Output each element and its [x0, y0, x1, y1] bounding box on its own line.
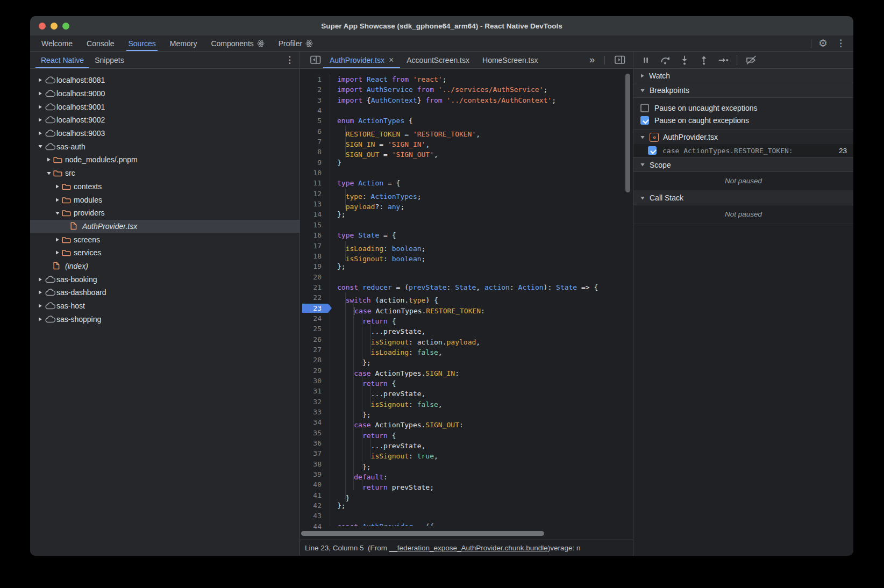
line-number[interactable]: 3: [300, 95, 330, 105]
line-number[interactable]: 36: [300, 438, 330, 448]
chevron-right-icon[interactable]: [35, 117, 45, 123]
checkbox-unchecked[interactable]: [640, 104, 649, 112]
line-number[interactable]: 28: [300, 355, 330, 365]
tree-item-node-modules-pnpm[interactable]: node_modules/.pnpm: [30, 153, 300, 167]
vertical-scrollbar[interactable]: [625, 74, 630, 192]
breakpoint-line-number[interactable]: 23: [300, 303, 330, 313]
line-number[interactable]: 26: [300, 334, 330, 345]
tree-item-localhost-9001[interactable]: localhost:9001: [30, 100, 300, 113]
devtools-menu-icon[interactable]: ⋮: [835, 39, 847, 48]
code-text[interactable]: isSignout: false,: [330, 397, 443, 407]
code-text[interactable]: ...prevState,: [330, 324, 425, 334]
code-text[interactable]: isSignout: action.payload,: [330, 334, 480, 345]
line-number[interactable]: 29: [300, 365, 330, 376]
line-number[interactable]: 20: [300, 272, 330, 282]
step-out-icon[interactable]: [698, 54, 710, 66]
more-tabs-icon[interactable]: »: [589, 54, 595, 66]
chevron-down-icon[interactable]: [35, 144, 45, 149]
code-text[interactable]: }: [330, 490, 350, 500]
editor-tab-accountscreen.tsx[interactable]: AccountScreen.tsx: [400, 52, 476, 68]
scope-section-header[interactable]: Scope: [633, 157, 853, 172]
tree-item-sas-host[interactable]: sas-host: [30, 299, 300, 313]
chevron-right-icon[interactable]: [44, 157, 53, 162]
tab-console[interactable]: Console: [81, 35, 120, 51]
line-number[interactable]: 24: [300, 313, 330, 324]
line-number[interactable]: 4: [300, 105, 330, 116]
line-number[interactable]: 42: [300, 500, 330, 511]
tree-item-localhost-9002[interactable]: localhost:9002: [30, 113, 300, 127]
line-number[interactable]: 14: [300, 209, 330, 219]
checkbox-checked[interactable]: [640, 116, 649, 125]
code-text[interactable]: [330, 168, 337, 178]
line-number[interactable]: 13: [300, 199, 330, 209]
code-text[interactable]: RESTORE_TOKEN = 'RESTORE_TOKEN',: [330, 126, 480, 137]
tree-item-contexts[interactable]: contexts: [30, 180, 300, 193]
code-text[interactable]: [330, 220, 337, 230]
code-text[interactable]: type Action = {: [330, 178, 400, 188]
code-text[interactable]: [330, 105, 337, 116]
chevron-right-icon[interactable]: [35, 290, 45, 295]
line-number[interactable]: 1: [300, 74, 330, 84]
line-number[interactable]: 17: [300, 241, 330, 251]
code-text[interactable]: import React from 'react';: [330, 74, 447, 84]
breakpoint-item[interactable]: case ActionTypes.RESTORE_TOKEN:23: [633, 144, 853, 157]
tree-item-providers[interactable]: providers: [30, 206, 300, 220]
tree-item-localhost-9003[interactable]: localhost:9003: [30, 127, 300, 140]
code-text[interactable]: [330, 272, 337, 282]
line-number[interactable]: 16: [300, 230, 330, 240]
line-number[interactable]: 8: [300, 147, 330, 157]
chevron-right-icon[interactable]: [35, 91, 45, 96]
line-number[interactable]: 21: [300, 282, 330, 292]
checkbox-checked[interactable]: [648, 146, 657, 155]
close-window-button[interactable]: [39, 23, 46, 30]
code-text[interactable]: };: [330, 407, 371, 417]
tree-item-sas-auth[interactable]: sas-auth: [30, 140, 300, 153]
line-number[interactable]: 33: [300, 407, 330, 417]
line-number[interactable]: 6: [300, 126, 330, 137]
chevron-down-icon[interactable]: [44, 171, 53, 176]
line-number[interactable]: 2: [300, 84, 330, 95]
tree-item-screens[interactable]: screens: [30, 233, 300, 246]
code-text[interactable]: case ActionTypes.RESTORE_TOKEN:: [330, 303, 485, 313]
line-number[interactable]: 10: [300, 168, 330, 178]
breakpoints-section-header[interactable]: Breakpoints: [633, 83, 853, 98]
code-text[interactable]: return {: [330, 376, 396, 386]
tree-item-localhost-9000[interactable]: localhost:9000: [30, 87, 300, 101]
line-number[interactable]: 37: [300, 448, 330, 458]
code-text[interactable]: case ActionTypes.SIGN_IN:: [330, 365, 459, 376]
code-text[interactable]: };: [330, 261, 346, 271]
code-text[interactable]: const reducer = (prevState: State, actio…: [330, 282, 598, 292]
tree-item-modules[interactable]: modules: [30, 193, 300, 206]
line-number[interactable]: 39: [300, 469, 330, 479]
code-text[interactable]: SIGN_OUT = 'SIGN_OUT',: [330, 147, 438, 157]
line-number[interactable]: 12: [300, 189, 330, 199]
code-text[interactable]: }: [330, 157, 341, 168]
code-text[interactable]: import AuthService from '../services/Aut…: [330, 84, 547, 95]
code-text[interactable]: return {: [330, 428, 396, 438]
tree-item--index-[interactable]: (index): [30, 260, 300, 273]
code-text[interactable]: isSignout: boolean;: [330, 251, 425, 261]
chevron-right-icon[interactable]: [35, 317, 45, 322]
line-number[interactable]: 32: [300, 397, 330, 407]
line-number[interactable]: 19: [300, 261, 330, 271]
line-number[interactable]: 5: [300, 116, 330, 126]
line-number[interactable]: 43: [300, 511, 330, 521]
tab-profiler[interactable]: Profiler: [273, 35, 319, 51]
line-number[interactable]: 22: [300, 292, 330, 303]
tree-item-sas-shopping[interactable]: sas-shopping: [30, 312, 300, 326]
code-text[interactable]: enum ActionTypes {: [330, 116, 413, 126]
navigator-menu-icon[interactable]: ⋮: [283, 55, 300, 64]
code-text[interactable]: import {AuthContext} from '../contexts/A…: [330, 95, 556, 105]
code-text[interactable]: };: [330, 355, 371, 365]
code-text[interactable]: [330, 511, 337, 521]
line-number[interactable]: 9: [300, 157, 330, 168]
tab-memory[interactable]: Memory: [164, 35, 203, 51]
code-text[interactable]: isLoading: false,: [330, 345, 443, 355]
editor-tab-authprovider.tsx[interactable]: AuthProvider.tsx×: [323, 52, 400, 68]
code-text[interactable]: type: ActionTypes;: [330, 189, 422, 199]
tree-item-services[interactable]: services: [30, 246, 300, 260]
line-number[interactable]: 38: [300, 459, 330, 469]
code-text[interactable]: payload?: any;: [330, 199, 404, 209]
navigator-tab-react-native[interactable]: React Native: [35, 52, 89, 68]
tab-sources[interactable]: Sources: [122, 35, 161, 51]
